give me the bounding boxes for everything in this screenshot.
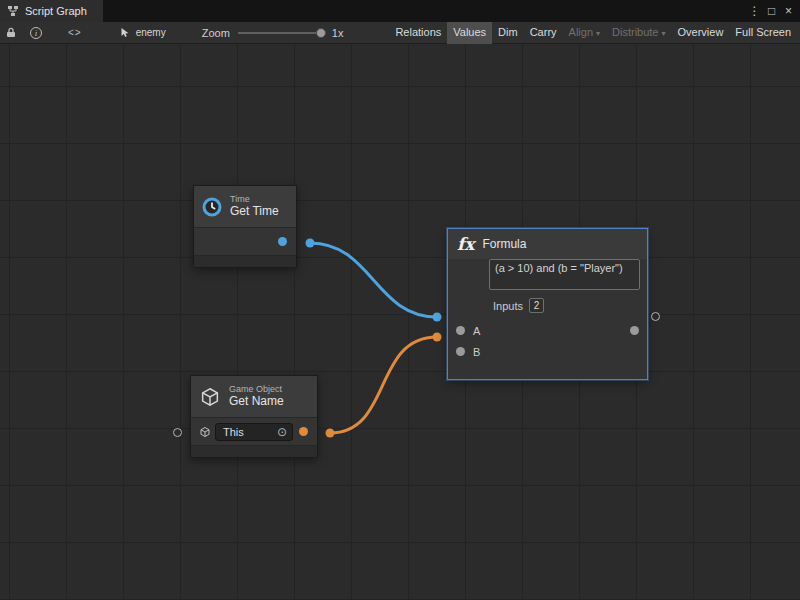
wire-endpoint-orange-source[interactable] xyxy=(326,429,335,438)
wire-endpoint-orange-target[interactable] xyxy=(433,333,442,342)
formula-input-b-label: B xyxy=(473,346,480,358)
code-icon: <> xyxy=(68,27,82,38)
code-view-button[interactable]: <> xyxy=(68,22,82,44)
formula-fx-icon: fx xyxy=(457,234,474,254)
graph-owner-label: enemy xyxy=(136,27,166,38)
toolbar-button-distribute[interactable]: Distribute▾ xyxy=(606,22,671,44)
wire-endpoint-blue-source[interactable] xyxy=(306,239,315,248)
connection-get-time-to-formula-a[interactable] xyxy=(310,243,437,317)
info-icon: i xyxy=(30,27,42,39)
formula-port-row-b: B xyxy=(448,341,647,362)
get-name-titles: Game Object Get Name xyxy=(229,384,284,408)
toolbar-button-carry[interactable]: Carry xyxy=(524,22,563,44)
distribute-label: Distribute xyxy=(612,26,658,38)
object-picker-icon[interactable]: ⊙ xyxy=(277,426,287,438)
graph-owner-button[interactable]: enemy xyxy=(120,27,166,38)
cursor-icon xyxy=(120,27,131,38)
chevron-down-icon: ▾ xyxy=(662,29,666,38)
tab-script-graph[interactable]: Script Graph xyxy=(0,0,103,22)
zoom-slider[interactable] xyxy=(238,22,326,44)
wire-endpoint-blue-target[interactable] xyxy=(433,313,442,322)
get-time-port-row xyxy=(194,228,296,255)
lock-button[interactable] xyxy=(6,22,16,44)
get-name-footer xyxy=(191,445,317,457)
formula-title: Formula xyxy=(482,237,526,251)
cube-icon xyxy=(199,386,221,408)
lock-icon xyxy=(6,27,16,38)
get-name-target-field[interactable]: This ⊙ xyxy=(215,423,293,441)
get-name-output-port[interactable] xyxy=(299,427,308,436)
toolbar-button-fullscreen[interactable]: Full Screen xyxy=(729,22,797,44)
maximize-icon[interactable]: □ xyxy=(763,0,780,22)
get-time-footer xyxy=(194,255,296,267)
clock-icon xyxy=(202,197,222,217)
window-controls: ⋮ □ × xyxy=(746,0,800,22)
get-time-header: Time Get Time xyxy=(194,186,296,228)
toolbar-buttons: Relations Values Dim Carry Align▾ Distri… xyxy=(389,22,797,44)
formula-inputs-label: Inputs xyxy=(493,300,523,312)
node-get-name[interactable]: Game Object Get Name This ⊙ xyxy=(190,375,318,458)
menu-icon[interactable]: ⋮ xyxy=(746,0,763,22)
get-name-target-value: This xyxy=(223,426,244,438)
toolbar-button-overview[interactable]: Overview xyxy=(672,22,730,44)
node-formula[interactable]: fx Formula (a > 10) and (b = "Player") I… xyxy=(447,228,648,380)
chevron-down-icon: ▾ xyxy=(596,29,600,38)
formula-inputs-count-field[interactable]: 2 xyxy=(529,298,544,313)
window-title: Script Graph xyxy=(25,5,87,17)
zoom-slider-handle[interactable] xyxy=(316,28,326,38)
connections-layer xyxy=(0,44,800,600)
get-time-output-port[interactable] xyxy=(278,237,287,246)
formula-inputs-row: Inputs 2 xyxy=(493,298,647,313)
cube-icon-small xyxy=(199,426,211,438)
zoom-value: 1x xyxy=(332,27,344,39)
get-name-header: Game Object Get Name xyxy=(191,376,317,418)
title-bar: Script Graph ⋮ □ × xyxy=(0,0,800,22)
toolbar-button-relations[interactable]: Relations xyxy=(389,22,447,44)
connection-get-name-to-formula-b[interactable] xyxy=(330,337,437,433)
zoom-label: Zoom xyxy=(202,27,230,39)
formula-input-b-port[interactable] xyxy=(456,347,465,356)
formula-input-a-port[interactable] xyxy=(456,326,465,335)
formula-input-a-label: A xyxy=(473,325,480,337)
formula-output-port[interactable] xyxy=(630,326,639,335)
node-get-time[interactable]: Time Get Time xyxy=(193,185,297,268)
graph-canvas[interactable]: Time Get Time fx Formula (a > 10) and (b… xyxy=(0,44,800,600)
get-time-titles: Time Get Time xyxy=(230,194,279,218)
toolbar-button-align[interactable]: Align▾ xyxy=(563,22,606,44)
formula-header: fx Formula xyxy=(448,229,647,259)
get-name-port-row: This ⊙ xyxy=(191,418,317,445)
toolbar-button-values[interactable]: Values xyxy=(447,22,492,44)
zoom-slider-track[interactable] xyxy=(238,32,326,34)
graph-toolbar: i <> enemy Zoom 1x Relations Values Dim … xyxy=(0,22,800,44)
info-button[interactable]: i xyxy=(30,22,42,44)
get-time-title: Get Time xyxy=(230,205,279,219)
get-name-input-port[interactable] xyxy=(173,428,182,437)
get-name-title: Get Name xyxy=(229,395,284,409)
formula-ports: A B xyxy=(448,320,647,362)
formula-port-row-a: A xyxy=(448,320,647,341)
script-graph-window: Script Graph ⋮ □ × i <> enemy Zoom xyxy=(0,0,800,600)
formula-expression-input[interactable]: (a > 10) and (b = "Player") xyxy=(489,259,640,290)
toolbar-button-dim[interactable]: Dim xyxy=(492,22,524,44)
align-label: Align xyxy=(569,26,593,38)
close-icon[interactable]: × xyxy=(780,0,797,22)
script-graph-icon xyxy=(7,5,19,17)
formula-output-external-port[interactable] xyxy=(651,312,660,321)
